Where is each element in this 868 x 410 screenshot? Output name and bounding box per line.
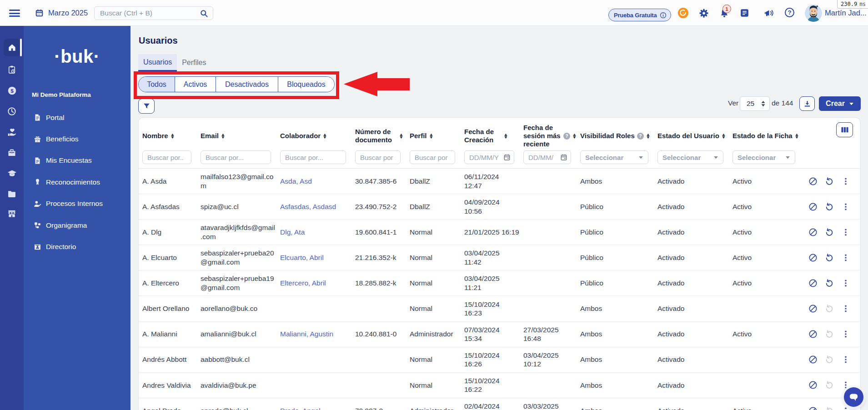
sidebar-item-procesos-internos[interactable]: Procesos Internos [24,193,130,215]
table-row[interactable]: A. Elcuarto sebaspizaler+prueba20@gmail.… [139,245,861,270]
announcements-megaphone-icon[interactable] [764,9,774,18]
rail-item-marketplace[interactable] [0,209,24,218]
filter-input-perfil[interactable] [410,150,455,164]
table-row[interactable]: A. Malianni amalianni@buk.cl Malianni, A… [139,321,861,347]
rail-item-home[interactable] [4,39,20,56]
colaborador-link[interactable]: Eltercero, Abril [280,279,326,287]
user-avatar[interactable] [805,5,822,22]
block-user-button[interactable] [808,202,818,211]
sort-icon[interactable]: ▲▼ [646,133,650,139]
colaborador-link[interactable]: Asfasdas, Asdasd [280,203,336,210]
help-icon[interactable]: ? [785,8,794,17]
sidebar-item-mis-encuestas[interactable]: Mis Encuestas [24,150,130,171]
sidebar-item-beneficios[interactable]: Beneficios [24,128,130,150]
row-menu-button[interactable] [841,330,850,339]
period-selector[interactable]: Marzo 2025 [48,9,88,17]
rail-item-tasks[interactable] [0,65,24,74]
block-user-button[interactable] [808,355,818,364]
reset-password-button[interactable] [825,253,834,262]
create-button[interactable]: Crear [819,96,861,111]
row-menu-button[interactable] [841,228,850,237]
tab-usuarios[interactable]: Usuarios [138,54,177,71]
rail-item-documents[interactable] [0,189,24,198]
rail-item-remunerations[interactable]: $ [0,86,24,95]
reset-password-button[interactable] [825,202,834,211]
row-menu-button[interactable] [841,279,850,288]
filter-select-estado-usuario[interactable]: Seleccionar [657,150,723,164]
search-icon[interactable] [200,9,208,18]
assistant-icon[interactable] [678,8,688,18]
sort-icon[interactable]: ▲▼ [170,133,175,139]
reset-password-button[interactable] [825,355,834,364]
table-row[interactable]: Andrés Abbott aabbott@buk.cl Normal 15/1… [139,347,861,372]
row-menu-button[interactable] [841,406,850,410]
reset-password-button[interactable] [825,380,834,390]
help-tooltip-icon[interactable]: ? [637,133,644,140]
advanced-filter-button[interactable] [138,99,155,114]
chat-fab-button[interactable] [844,387,863,407]
sidebar-item-portal[interactable]: Portal [24,107,130,128]
row-menu-button[interactable] [841,177,850,186]
sort-icon[interactable]: ▲▼ [794,133,799,139]
row-menu-button[interactable] [841,304,850,313]
table-row[interactable]: Andres Valdivia avaldivia@buk.pe Normal … [139,372,861,398]
news-notes-icon[interactable] [740,8,749,18]
help-tooltip-icon[interactable]: ? [563,133,570,140]
table-row[interactable]: Albert Orellano aorellano@buk.co Normal … [139,296,861,321]
trial-badge[interactable]: Prueba Gratuita [608,9,671,21]
table-row[interactable]: A. Dlg atavaradjkljfkfds@gmail.com Dlg, … [139,220,861,245]
colaborador-link[interactable]: Prado, Angel [280,407,321,410]
user-name[interactable]: Martín Jad... [825,9,867,17]
row-menu-button[interactable] [841,355,850,364]
block-user-button[interactable] [808,330,818,339]
rail-item-time[interactable] [0,107,24,116]
table-row[interactable]: A. Asfasdas spiza@uc.cl Asfasdas, Asdasd… [139,194,861,220]
tab-perfiles[interactable]: Perfiles [177,54,211,71]
block-user-button[interactable] [808,228,818,237]
row-menu-button[interactable] [841,253,850,262]
block-user-button[interactable] [808,380,818,390]
rail-item-benefits[interactable] [0,148,24,157]
colaborador-link[interactable]: Elcuarto, Abril [280,254,324,261]
notifications-bell-icon[interactable]: 1 [719,8,729,18]
block-user-button[interactable] [808,177,818,186]
colaborador-link[interactable]: Malianni, Agustin [280,330,333,338]
filter-input-email[interactable] [201,150,271,164]
reset-password-button[interactable] [825,304,834,313]
reset-password-button[interactable] [825,228,834,237]
sort-icon[interactable]: ▲▼ [503,133,508,139]
filter-todos[interactable]: Todos [139,77,175,92]
rail-item-development[interactable] [0,169,24,178]
colaborador-link[interactable]: Asda, Asd [280,177,312,185]
sort-icon[interactable]: ▲▼ [323,133,327,139]
sort-icon[interactable]: ▲▼ [221,133,225,139]
settings-gear-icon[interactable] [699,8,709,18]
filter-input-colaborador[interactable] [280,150,346,164]
column-settings-button[interactable] [836,122,853,137]
sort-icon[interactable]: ▲▼ [721,133,726,139]
sidebar-item-organigrama[interactable]: Organigrama [24,215,130,236]
reset-password-button[interactable] [825,279,834,288]
block-user-button[interactable] [808,406,818,410]
filter-date-creacion[interactable] [464,150,514,164]
filter-bloqueados[interactable]: Bloqueados [278,77,334,92]
table-row[interactable]: A. Eltercero sebaspizaler+prueba19@gmail… [139,270,861,296]
block-user-button[interactable] [808,304,818,313]
reset-password-button[interactable] [825,177,834,186]
block-user-button[interactable] [808,253,818,262]
filter-input-documento[interactable] [355,150,401,164]
colaborador-link[interactable]: Dlg, Ata [280,228,305,236]
sidebar-item-reconocimientos[interactable]: Reconocimientos [24,171,130,193]
block-user-button[interactable] [808,279,818,288]
sort-icon[interactable]: ▲▼ [429,133,433,139]
filter-desactivados[interactable]: Desactivados [216,77,278,92]
filter-select-estado-ficha[interactable]: Seleccionar [733,150,795,164]
filter-input-nombre[interactable] [142,150,191,164]
reset-password-button[interactable] [825,406,834,410]
hamburger-menu-icon[interactable] [9,10,20,17]
download-button[interactable] [799,96,815,111]
table-row[interactable]: A. Asda mailfalso123@gmail.com Asda, Asd… [139,169,861,194]
search-input[interactable] [100,9,200,17]
filter-select-visibilidad[interactable]: Seleccionar [580,150,648,164]
filter-activos[interactable]: Activos [175,77,216,92]
